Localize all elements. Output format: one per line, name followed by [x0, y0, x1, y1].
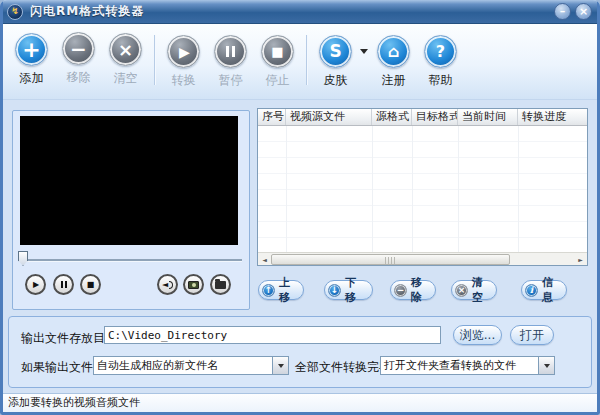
open-button[interactable]: 打开	[510, 325, 554, 345]
remove-item-label: 移除	[411, 275, 428, 305]
question-icon: ?	[424, 35, 457, 68]
close-button[interactable]: ×	[575, 3, 592, 20]
browse-button[interactable]: 浏览...	[453, 325, 502, 345]
skin-dropdown-arrow-icon[interactable]	[360, 49, 368, 54]
clear-list-button[interactable]: × 清空	[451, 280, 497, 300]
seek-slider-thumb[interactable]	[18, 251, 28, 266]
chevron-down-icon[interactable]	[538, 357, 554, 374]
column-header-source-file[interactable]: 视频源文件	[286, 109, 372, 125]
move-up-button[interactable]: ↑ 上移	[258, 280, 304, 300]
column-header-current-time[interactable]: 当前时间	[458, 109, 518, 125]
if-exists-value: 自动生成相应的新文件名	[94, 357, 272, 374]
stop-icon: ■	[261, 35, 294, 68]
browse-label: 浏览...	[460, 327, 495, 344]
column-header-source-format[interactable]: 源格式	[372, 109, 412, 125]
output-dir-input[interactable]	[104, 326, 441, 344]
arrow-down-icon: ↓	[328, 284, 341, 297]
convert-button[interactable]: ▶ 转换	[160, 35, 207, 89]
pause-icon	[214, 35, 247, 68]
remove-label: 移除	[67, 69, 91, 86]
queue-actions-row: ↑ 上移 ↓ 下移 − 移除 × 清空 i 信息	[0, 280, 600, 300]
info-label: 信息	[542, 275, 559, 305]
chevron-down-icon[interactable]	[272, 357, 288, 374]
seek-slider-track[interactable]	[21, 259, 242, 261]
queue-table-body[interactable]	[258, 126, 587, 252]
stop-label: 停止	[266, 72, 290, 89]
scroll-left-arrow-icon[interactable]: ◄	[258, 253, 271, 266]
pause-label: 暂停	[219, 72, 243, 89]
after-convert-value: 打开文件夹查看转换的文件	[381, 357, 538, 374]
minus-icon: −	[394, 284, 407, 297]
remove-icon: −	[62, 32, 95, 65]
move-down-label: 下移	[345, 275, 365, 305]
register-label: 注册	[382, 72, 406, 89]
info-icon: i	[525, 284, 538, 297]
scrollbar-thumb[interactable]	[271, 254, 510, 265]
minimize-button[interactable]: –	[554, 3, 571, 20]
add-icon: +	[15, 33, 48, 66]
queue-table-header: 序号 视频源文件 源格式 目标格式 当前时间 转换进度	[258, 109, 587, 126]
clear-button[interactable]: × 清空	[102, 35, 149, 87]
convert-label: 转换	[172, 72, 196, 89]
add-button[interactable]: + 添加	[8, 35, 55, 87]
if-exists-select[interactable]: 自动生成相应的新文件名	[93, 356, 289, 375]
queue-table: 序号 视频源文件 源格式 目标格式 当前时间 转换进度 ◄ ►	[257, 108, 588, 266]
info-button[interactable]: i 信息	[521, 280, 567, 300]
column-header-target-format[interactable]: 目标格式	[412, 109, 458, 125]
remove-item-button[interactable]: − 移除	[390, 280, 436, 300]
stop-button[interactable]: ■ 停止	[254, 35, 301, 89]
move-down-button[interactable]: ↓ 下移	[324, 280, 373, 300]
app-icon: ↯	[7, 4, 23, 20]
after-convert-select[interactable]: 打开文件夹查看转换的文件	[380, 356, 555, 375]
skin-button[interactable]: S 皮肤	[312, 35, 359, 89]
titlebar[interactable]: ↯ 闪电RM格式转换器 – ×	[0, 0, 600, 24]
video-screen	[20, 116, 238, 245]
register-button[interactable]: ⌂ 注册	[370, 35, 417, 89]
window-controls: – ×	[554, 3, 592, 20]
window-title: 闪电RM格式转换器	[30, 3, 144, 20]
skin-icon: S	[319, 35, 352, 68]
remove-button[interactable]: − 移除	[55, 35, 102, 86]
column-header-index[interactable]: 序号	[258, 109, 286, 125]
pause-button[interactable]: 暂停	[207, 35, 254, 89]
x-icon: ×	[455, 284, 468, 297]
pause-bars-glyph	[226, 46, 235, 57]
app-window: ↯ 闪电RM格式转换器 – × + 添加 − 移除 × 清空 ▶ 转换 暂	[0, 0, 600, 415]
move-up-label: 上移	[279, 275, 296, 305]
toolbar-separator	[306, 35, 307, 85]
arrow-up-icon: ↑	[262, 284, 275, 297]
home-icon: ⌂	[377, 35, 410, 68]
toolbar: + 添加 − 移除 × 清空 ▶ 转换 暂停 ■ 停止 S 皮肤	[0, 24, 600, 100]
clear-list-label: 清空	[472, 275, 489, 305]
status-bar: 添加要转换的视频音频文件	[3, 393, 597, 412]
toolbar-separator	[154, 35, 155, 85]
output-settings-group: 输出文件存放目录: 浏览... 打开 如果输出文件存在: 自动生成相应的新文件名…	[8, 316, 592, 388]
scroll-right-arrow-icon[interactable]: ►	[574, 253, 587, 266]
clear-icon: ×	[109, 33, 142, 66]
open-label: 打开	[520, 327, 544, 344]
add-label: 添加	[20, 70, 44, 87]
help-label: 帮助	[429, 72, 453, 89]
column-header-progress[interactable]: 转换进度	[518, 109, 587, 125]
skin-label: 皮肤	[324, 72, 348, 89]
status-text: 添加要转换的视频音频文件	[8, 396, 140, 409]
help-button[interactable]: ? 帮助	[417, 35, 464, 89]
queue-h-scrollbar[interactable]: ◄ ►	[258, 252, 587, 265]
convert-play-icon: ▶	[167, 35, 200, 68]
clear-label: 清空	[114, 70, 138, 87]
